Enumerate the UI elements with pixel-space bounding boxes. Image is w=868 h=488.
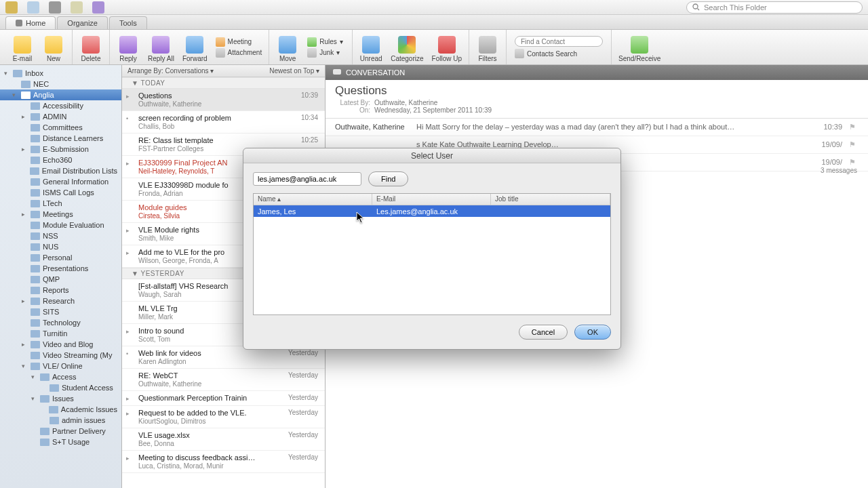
home-icon[interactable] [5, 1, 18, 14]
col-jobtitle[interactable]: Job title [491, 194, 610, 205]
message-item[interactable]: ▸ Request to be added to the VLE.Yesterd… [122, 406, 325, 428]
sidebar-item[interactable]: ▸Research [0, 296, 121, 306]
filters-button[interactable]: Filters [473, 31, 502, 64]
message-item[interactable]: ▸ Questions10:39 Outhwaite, Katherine [122, 89, 325, 111]
sidebar-item[interactable]: QMP [0, 274, 121, 285]
sidebar-item[interactable]: ▸ADMIN [0, 111, 121, 122]
message-item[interactable]: ▸ Meeting to discuss feedback assi…Yeste… [122, 451, 325, 473]
sidebar-item[interactable]: NUS [0, 241, 121, 252]
ok-button[interactable]: OK [574, 325, 611, 340]
tab-home[interactable]: Home [5, 16, 56, 29]
sidebar-item[interactable]: ▸Meetings [0, 209, 121, 220]
move-button[interactable]: Move [273, 31, 302, 64]
reply-all-button[interactable]: Reply All [145, 31, 177, 64]
tab-organize[interactable]: Organize [57, 16, 108, 29]
sidebar-item[interactable]: NEC [0, 79, 121, 89]
user-search-input[interactable] [253, 172, 361, 186]
speech-icon [332, 68, 342, 77]
followup-button[interactable]: Follow Up [429, 31, 465, 64]
reply-button[interactable]: Reply [114, 31, 142, 64]
folder-icon [31, 308, 40, 316]
junk-button[interactable]: Junk ▾ [307, 47, 345, 58]
forward-button[interactable]: Forward [180, 31, 210, 64]
categorize-icon [398, 36, 416, 54]
sidebar-item[interactable]: Committees [0, 122, 121, 133]
sidebar-item[interactable]: LTech [0, 198, 121, 209]
sidebar-item[interactable]: ▾Issues [0, 393, 121, 404]
sort-order[interactable]: Newest on Top ▾ [269, 67, 319, 75]
email-button[interactable]: E-mail [8, 31, 37, 64]
message-item[interactable]: ▸ Questionmark Perception TraininYesterd… [122, 391, 325, 406]
sidebar-item[interactable]: ▾VLE/ Online [0, 361, 121, 371]
sidebar-item[interactable]: admin issues [0, 415, 121, 426]
message-item[interactable]: VLE usage.xlsxYesterday Bee, Donna [122, 428, 325, 451]
folder-tree[interactable]: ▾InboxNEC▾AngliaAccessibility▸ADMINCommi… [0, 65, 122, 488]
sidebar-item[interactable]: Email Distribution Lists [0, 165, 121, 176]
unread-button[interactable]: Unread [357, 31, 385, 64]
rules-button[interactable]: Rules ▾ [307, 37, 345, 47]
find-button[interactable]: Find [368, 171, 408, 186]
sidebar-item[interactable]: ISMS Call Logs [0, 187, 121, 198]
sidebar-item[interactable]: Echo360 [0, 155, 121, 165]
message-item[interactable]: • screen recording of problem10:34 Chall… [122, 111, 325, 134]
delete-button[interactable]: Delete [77, 31, 105, 64]
folder-search-field[interactable]: Search This Folder [686, 1, 863, 14]
day-separator: ▼ TODAY [122, 77, 325, 89]
sidebar-item[interactable]: ▸Video and Blog [0, 339, 121, 350]
find-contact-input[interactable] [515, 36, 603, 47]
reply-all-icon [152, 36, 170, 54]
sidebar-item[interactable]: Distance Learners [0, 133, 121, 144]
sidebar-item[interactable]: Personal [0, 252, 121, 263]
unread-icon [362, 36, 380, 54]
new-button[interactable]: New [39, 31, 68, 64]
meeting-button[interactable]: Meeting [216, 37, 262, 47]
new-icon [45, 36, 62, 54]
svg-line-1 [698, 9, 700, 11]
sidebar-item[interactable]: Reports [0, 285, 121, 296]
help-icon[interactable] [92, 1, 104, 14]
sidebar-item[interactable]: ▾Inbox [0, 68, 121, 79]
results-header[interactable]: Name ▴ E-Mail Job title [254, 194, 610, 205]
folder-icon [31, 319, 40, 327]
message-count: 3 messages [821, 167, 857, 174]
sidebar-item[interactable]: ▾Access [0, 371, 121, 382]
folder-icon [21, 92, 31, 99]
sidebar-item[interactable]: S+T Usage [0, 436, 121, 447]
col-email[interactable]: E-Mail [372, 194, 491, 205]
conversation-row[interactable]: Outhwaite, KatherineHi Matt Sorry for th… [326, 119, 868, 136]
sidebar-item[interactable]: SITS [0, 306, 121, 317]
sidebar-item[interactable]: Partner Delivery [0, 426, 121, 436]
svg-rect-2 [333, 69, 341, 75]
sidebar-item[interactable]: Accessibility [0, 100, 121, 111]
sidebar-item[interactable]: ▸E-Submission [0, 144, 121, 155]
note-icon[interactable] [71, 1, 83, 14]
sidebar-item[interactable]: Presentations [0, 263, 121, 274]
categorize-button[interactable]: Categorize [388, 31, 426, 64]
col-name[interactable]: Name ▴ [254, 194, 372, 205]
email-icon [14, 36, 31, 54]
tab-tools[interactable]: Tools [109, 16, 147, 29]
send-receive-button[interactable]: Send/Receive [616, 31, 663, 64]
sidebar-item[interactable]: Technology [0, 317, 121, 328]
sidebar-item[interactable]: NSS [0, 230, 121, 241]
folder-icon [50, 384, 59, 392]
sidebar-item[interactable]: Module Evaluation [0, 220, 121, 230]
arrange-by[interactable]: Arrange By: Conversations ▾ [127, 67, 214, 75]
cancel-button[interactable]: Cancel [519, 325, 568, 340]
printer-icon[interactable] [49, 1, 61, 14]
attachment-button[interactable]: Attachment [216, 47, 262, 58]
sidebar-item[interactable]: Video Streaming (My [0, 350, 121, 361]
folder-icon [40, 428, 50, 435]
sidebar-item[interactable]: General Information [0, 176, 121, 187]
user-results-list[interactable]: Name ▴ E-Mail Job title James, Les Les.j… [253, 193, 611, 315]
result-row[interactable]: James, Les Les.james@anglia.ac.uk [254, 205, 610, 217]
sidebar-item[interactable]: Student Access [0, 382, 121, 393]
folder-icon[interactable] [27, 1, 39, 14]
message-item[interactable]: RE: WebCTYesterday Outhwaite, Katherine [122, 369, 325, 391]
folder-icon [31, 363, 40, 370]
contacts-search-button[interactable]: Contacts Search [515, 49, 603, 58]
sidebar-item[interactable]: Academic Issues [0, 404, 121, 415]
sidebar-item[interactable]: Turnitin [0, 328, 121, 339]
arrange-bar[interactable]: Arrange By: Conversations ▾ Newest on To… [122, 65, 325, 77]
sidebar-item[interactable]: ▾Anglia [0, 89, 121, 100]
